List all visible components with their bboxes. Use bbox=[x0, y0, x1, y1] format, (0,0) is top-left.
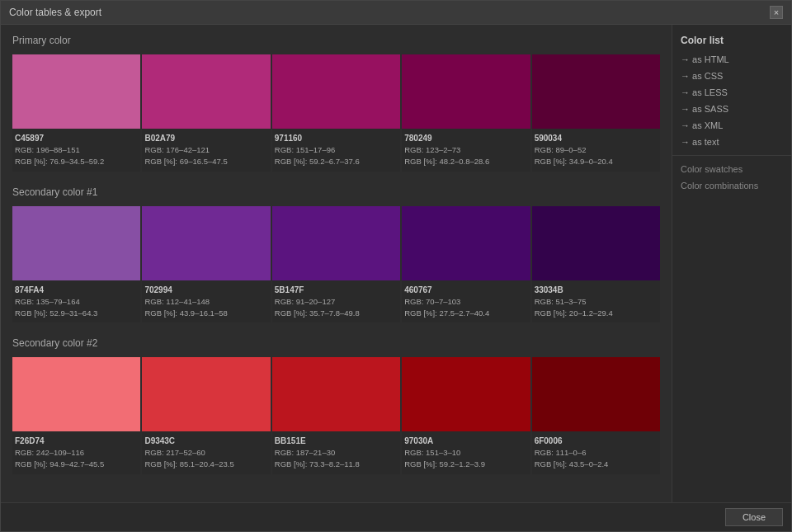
swatch-rgb-pct: RGB [%]: 73.3–8.2–11.8 bbox=[275, 459, 398, 470]
main-content: Primary colorC45897RGB: 196–88–151RGB [%… bbox=[1, 25, 672, 502]
swatch-info: 702994RGB: 112–41–148RGB [%]: 43.9–16.1–… bbox=[142, 280, 270, 323]
swatch-rgb-pct: RGB [%]: 69–16.5–47.5 bbox=[144, 156, 267, 167]
sidebar-item-as-html[interactable]: → as HTML bbox=[672, 51, 791, 68]
color-swatch[interactable]: BB151ERGB: 187–21–30RGB [%]: 73.3–8.2–11… bbox=[272, 357, 400, 474]
swatch-color-block bbox=[272, 54, 400, 129]
group-title: Secondary color #2 bbox=[12, 336, 660, 351]
swatch-color-block bbox=[532, 54, 660, 129]
swatch-rgb: RGB: 123–2–73 bbox=[404, 144, 527, 156]
sidebar-item-as-text[interactable]: → as text bbox=[672, 134, 791, 150]
color-swatch[interactable]: C45897RGB: 196–88–151RGB [%]: 76.9–34.5–… bbox=[12, 54, 140, 172]
swatch-info: BB151ERGB: 187–21–30RGB [%]: 73.3–8.2–11… bbox=[272, 431, 400, 474]
swatch-info: D9343CRGB: 217–52–60RGB [%]: 85.1–20.4–2… bbox=[142, 431, 270, 474]
swatch-rgb: RGB: 196–88–151 bbox=[15, 144, 138, 156]
swatch-hex: B02A79 bbox=[144, 132, 267, 144]
color-swatch[interactable]: 6F0006RGB: 111–0–6RGB [%]: 43.5–0–2.4 bbox=[532, 357, 660, 474]
swatch-info: 5B147FRGB: 91–20–127RGB [%]: 35.7–7.8–49… bbox=[272, 280, 400, 323]
swatch-color-block bbox=[12, 357, 140, 431]
color-swatch[interactable]: 874FA4RGB: 135–79–164RGB [%]: 52.9–31–64… bbox=[12, 206, 140, 323]
color-swatch[interactable]: 97030ARGB: 151–3–10RGB [%]: 59.2–1.2–3.9 bbox=[402, 357, 530, 474]
swatch-hex: 874FA4 bbox=[15, 284, 138, 296]
color-swatch[interactable]: 460767RGB: 70–7–103RGB [%]: 27.5–2.7–40.… bbox=[402, 206, 530, 323]
swatch-rgb-pct: RGB [%]: 76.9–34.5–59.2 bbox=[15, 156, 138, 167]
swatch-rgb: RGB: 91–20–127 bbox=[275, 296, 398, 308]
swatch-info: F26D74RGB: 242–109–116RGB [%]: 94.9–42.7… bbox=[12, 431, 140, 474]
sidebar-link-color-swatches[interactable]: Color swatches bbox=[672, 161, 791, 177]
swatch-color-block bbox=[272, 206, 400, 280]
color-swatch[interactable]: 702994RGB: 112–41–148RGB [%]: 43.9–16.1–… bbox=[142, 206, 270, 323]
swatch-hex: C45897 bbox=[15, 132, 138, 144]
close-dialog-button[interactable]: Close bbox=[725, 508, 783, 526]
swatch-hex: 780249 bbox=[404, 132, 527, 144]
swatch-hex: 6F0006 bbox=[535, 435, 658, 447]
swatch-info: B02A79RGB: 176–42–121RGB [%]: 69–16.5–47… bbox=[142, 129, 270, 172]
swatch-color-block bbox=[142, 357, 270, 431]
swatch-rgb: RGB: 217–52–60 bbox=[144, 447, 267, 459]
color-group: Secondary color #2F26D74RGB: 242–109–116… bbox=[12, 336, 660, 474]
swatch-color-block bbox=[532, 357, 660, 431]
swatch-info: C45897RGB: 196–88–151RGB [%]: 76.9–34.5–… bbox=[12, 129, 140, 172]
color-swatch[interactable]: 780249RGB: 123–2–73RGB [%]: 48.2–0.8–28.… bbox=[402, 54, 530, 172]
swatch-hex: 5B147F bbox=[275, 284, 398, 296]
swatch-hex: F26D74 bbox=[15, 435, 138, 447]
color-swatch[interactable]: 5B147FRGB: 91–20–127RGB [%]: 35.7–7.8–49… bbox=[272, 206, 400, 323]
swatch-color-block bbox=[532, 206, 660, 280]
swatch-rgb-pct: RGB [%]: 59.2–6.7–37.6 bbox=[275, 156, 398, 167]
sidebar-item-as-xml[interactable]: → as XML bbox=[672, 117, 791, 134]
swatch-info: 971160RGB: 151–17–96RGB [%]: 59.2–6.7–37… bbox=[272, 129, 400, 172]
swatch-rgb-pct: RGB [%]: 34.9–0–20.4 bbox=[535, 156, 658, 167]
swatch-info: 780249RGB: 123–2–73RGB [%]: 48.2–0.8–28.… bbox=[402, 129, 530, 172]
swatch-info: 874FA4RGB: 135–79–164RGB [%]: 52.9–31–64… bbox=[12, 280, 140, 323]
swatch-rgb: RGB: 112–41–148 bbox=[144, 296, 267, 308]
sidebar: Color list → as HTML→ as CSS→ as LESS→ a… bbox=[672, 25, 791, 502]
swatch-hex: BB151E bbox=[275, 435, 398, 447]
swatch-rgb-pct: RGB [%]: 43.5–0–2.4 bbox=[535, 459, 658, 470]
swatch-hex: 33034B bbox=[535, 284, 658, 296]
swatch-rgb: RGB: 111–0–6 bbox=[535, 447, 658, 459]
sidebar-item-as-less[interactable]: → as LESS bbox=[672, 84, 791, 101]
swatch-rgb-pct: RGB [%]: 43.9–16.1–58 bbox=[144, 308, 267, 319]
color-swatch[interactable]: 33034BRGB: 51–3–75RGB [%]: 20–1.2–29.4 bbox=[532, 206, 660, 323]
swatch-info: 97030ARGB: 151–3–10RGB [%]: 59.2–1.2–3.9 bbox=[402, 431, 530, 474]
swatch-hex: 590034 bbox=[535, 132, 658, 144]
swatch-info: 33034BRGB: 51–3–75RGB [%]: 20–1.2–29.4 bbox=[532, 280, 660, 323]
swatch-rgb-pct: RGB [%]: 20–1.2–29.4 bbox=[535, 308, 658, 319]
swatch-color-block bbox=[402, 206, 530, 280]
swatch-color-block bbox=[142, 206, 270, 280]
color-swatch[interactable]: B02A79RGB: 176–42–121RGB [%]: 69–16.5–47… bbox=[142, 54, 270, 172]
title-close-button[interactable]: × bbox=[770, 6, 783, 19]
swatch-rgb-pct: RGB [%]: 94.9–42.7–45.5 bbox=[15, 459, 138, 470]
swatch-color-block bbox=[402, 54, 530, 129]
swatch-rgb-pct: RGB [%]: 52.9–31–64.3 bbox=[15, 308, 138, 319]
sidebar-link-color-combinations[interactable]: Color combinations bbox=[672, 177, 791, 194]
bottom-bar: Close bbox=[1, 502, 791, 531]
sidebar-items: → as HTML→ as CSS→ as LESS→ as SASS→ as … bbox=[672, 51, 791, 150]
swatch-rgb: RGB: 176–42–121 bbox=[144, 144, 267, 156]
swatch-color-block bbox=[12, 54, 140, 129]
color-swatch[interactable]: 590034RGB: 89–0–52RGB [%]: 34.9–0–20.4 bbox=[532, 54, 660, 172]
swatch-rgb: RGB: 70–7–103 bbox=[404, 296, 527, 308]
color-swatch[interactable]: 971160RGB: 151–17–96RGB [%]: 59.2–6.7–37… bbox=[272, 54, 400, 172]
title-bar: Color tables & export × bbox=[1, 1, 791, 25]
sidebar-item-as-sass[interactable]: → as SASS bbox=[672, 101, 791, 117]
color-swatch[interactable]: F26D74RGB: 242–109–116RGB [%]: 94.9–42.7… bbox=[12, 357, 140, 474]
swatch-rgb: RGB: 89–0–52 bbox=[535, 144, 658, 156]
swatch-info: 590034RGB: 89–0–52RGB [%]: 34.9–0–20.4 bbox=[532, 129, 660, 172]
sidebar-item-as-css[interactable]: → as CSS bbox=[672, 68, 791, 84]
swatch-color-block bbox=[272, 357, 400, 431]
sidebar-divider bbox=[672, 155, 791, 156]
swatch-rgb: RGB: 187–21–30 bbox=[275, 447, 398, 459]
swatch-rgb: RGB: 151–3–10 bbox=[404, 447, 527, 459]
swatch-rgb: RGB: 242–109–116 bbox=[15, 447, 138, 459]
swatch-rgb-pct: RGB [%]: 27.5–2.7–40.4 bbox=[404, 308, 527, 319]
swatch-hex: 97030A bbox=[404, 435, 527, 447]
group-title: Primary color bbox=[12, 33, 660, 48]
dialog-title: Color tables & export bbox=[9, 7, 101, 18]
color-swatch[interactable]: D9343CRGB: 217–52–60RGB [%]: 85.1–20.4–2… bbox=[142, 357, 270, 474]
swatch-rgb: RGB: 135–79–164 bbox=[15, 296, 138, 308]
swatch-info: 6F0006RGB: 111–0–6RGB [%]: 43.5–0–2.4 bbox=[532, 431, 660, 474]
sidebar-title: Color list bbox=[672, 31, 791, 51]
swatch-rgb-pct: RGB [%]: 85.1–20.4–23.5 bbox=[144, 459, 267, 470]
swatch-color-block bbox=[12, 206, 140, 280]
sidebar-links: Color swatchesColor combinations bbox=[672, 161, 791, 194]
